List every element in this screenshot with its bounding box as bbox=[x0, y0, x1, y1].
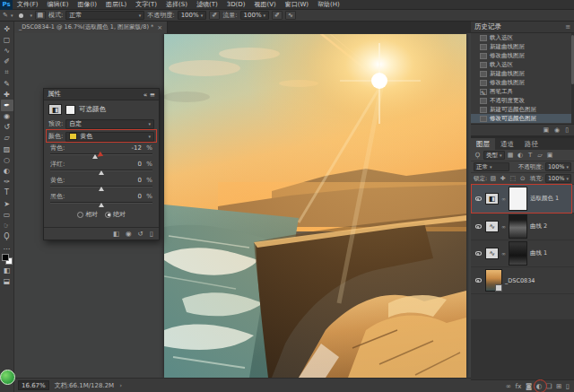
adjustment-layer-thumbnail[interactable]: ∿ bbox=[485, 248, 499, 259]
tab-layers[interactable]: 图层 bbox=[471, 138, 495, 150]
adjustment-layer-thumbnail[interactable]: ∿ bbox=[485, 221, 499, 232]
layer-opacity-select[interactable]: 100%▾ bbox=[545, 162, 571, 171]
properties-panel-header[interactable]: 属性 « ≡ bbox=[44, 89, 159, 100]
healing-brush-tool[interactable]: ✚ bbox=[1, 89, 13, 100]
airbrush-icon[interactable]: ✐ bbox=[272, 11, 283, 20]
new-doc-from-state-icon[interactable]: ▣ bbox=[543, 126, 549, 134]
slider-thumb[interactable] bbox=[99, 203, 104, 207]
menu-file[interactable]: 文件(F) bbox=[13, 0, 43, 10]
history-step[interactable]: 新建可选颜色图层 bbox=[471, 105, 574, 114]
slider-track[interactable] bbox=[50, 152, 152, 159]
layer-mask-thumbnail[interactable] bbox=[509, 241, 527, 266]
brush-picker-caret-icon[interactable]: ▾ bbox=[30, 13, 32, 18]
clone-stamp-tool[interactable]: ◉ bbox=[1, 111, 13, 122]
panel-menu-icon[interactable]: ≡ bbox=[150, 91, 155, 99]
clip-to-layer-icon[interactable]: ◧ bbox=[113, 230, 119, 238]
delete-state-icon[interactable]: ▯ bbox=[565, 126, 569, 134]
screen-mode-button[interactable]: ⬓ bbox=[1, 275, 13, 286]
foreground-color-swatch[interactable] bbox=[2, 254, 9, 261]
menu-view[interactable]: 视图(V) bbox=[249, 0, 280, 10]
layer-row-background-photo[interactable]: _DSC0834 bbox=[471, 267, 574, 294]
layer-fill-select[interactable]: 100%▾ bbox=[545, 174, 571, 183]
link-layers-icon[interactable]: ∞ bbox=[506, 382, 511, 390]
history-panel-header[interactable]: 历史记录 ≡ bbox=[471, 22, 574, 33]
adjustment-layer-thumbnail[interactable]: ◧ bbox=[485, 193, 499, 205]
filter-type-select[interactable]: 类型▾ bbox=[483, 151, 505, 160]
blend-mode-select[interactable]: 正常 ▾ bbox=[65, 11, 144, 20]
reset-icon[interactable]: ↺ bbox=[138, 230, 144, 238]
toggle-visibility-icon[interactable]: ◉ bbox=[126, 230, 132, 238]
filter-smartobject-icon[interactable]: ▣ bbox=[546, 152, 554, 159]
history-step[interactable]: 修改曲线图层 bbox=[471, 78, 574, 87]
filter-pixel-icon[interactable]: ▦ bbox=[507, 152, 515, 159]
color-select[interactable]: 黄色 ▾ bbox=[65, 132, 154, 142]
shape-tool[interactable]: ▭ bbox=[1, 209, 13, 220]
color-swatches[interactable] bbox=[2, 254, 13, 265]
lasso-tool[interactable]: ∿ bbox=[1, 45, 13, 56]
add-mask-icon[interactable]: ◙ bbox=[526, 382, 532, 390]
layer-mask-thumbnail[interactable] bbox=[509, 214, 527, 239]
menu-window[interactable]: 窗口(W) bbox=[281, 0, 313, 10]
filter-shape-icon[interactable]: ▱ bbox=[536, 152, 544, 159]
slider-thumb[interactable] bbox=[99, 170, 104, 175]
opacity-select[interactable]: 100% ▾ bbox=[178, 11, 207, 20]
delete-layer-icon[interactable]: ▯ bbox=[566, 382, 570, 390]
quick-selection-tool[interactable]: ✐ bbox=[1, 57, 13, 67]
path-select-tool[interactable]: ➤ bbox=[1, 198, 13, 209]
collapse-icon[interactable]: « bbox=[144, 91, 148, 99]
close-icon[interactable]: × bbox=[157, 24, 162, 31]
lock-position-icon[interactable]: ✚ bbox=[499, 175, 507, 182]
menu-edit[interactable]: 编辑(E) bbox=[43, 0, 74, 10]
visibility-eye-icon[interactable] bbox=[474, 248, 483, 259]
new-layer-icon[interactable]: ⊞ bbox=[556, 382, 561, 390]
dodge-tool[interactable]: ◐ bbox=[1, 165, 13, 176]
menu-filter[interactable]: 滤镜(T) bbox=[192, 0, 222, 10]
lock-all-icon[interactable]: ⊙ bbox=[518, 175, 526, 182]
visibility-eye-icon[interactable] bbox=[474, 194, 483, 205]
move-tool[interactable]: ✜ bbox=[1, 23, 13, 34]
flow-select[interactable]: 100% ▾ bbox=[240, 11, 270, 20]
gradient-tool[interactable]: ▨ bbox=[1, 144, 13, 154]
delete-adjustment-icon[interactable]: ▯ bbox=[150, 230, 153, 238]
pen-tool[interactable]: ✑ bbox=[1, 177, 13, 187]
layer-row-curves-1[interactable]: ∿ ∞ 曲线 1 bbox=[471, 240, 574, 267]
slider-thumb[interactable] bbox=[99, 187, 104, 191]
history-step[interactable]: 新建曲线图层 bbox=[471, 42, 574, 51]
smoothing-icon[interactable]: ∿ bbox=[285, 11, 296, 20]
menu-3d[interactable]: 3D(D) bbox=[222, 0, 250, 10]
crop-tool[interactable]: ⌗ bbox=[1, 67, 13, 78]
lock-artboard-icon[interactable]: ⬚ bbox=[509, 175, 517, 182]
new-group-icon[interactable]: ❏ bbox=[546, 382, 552, 390]
menu-help[interactable]: 帮助(H) bbox=[313, 0, 344, 10]
menu-type[interactable]: 文字(T) bbox=[131, 0, 161, 10]
brush-preset-picker[interactable] bbox=[15, 11, 27, 21]
zoom-level-field[interactable]: 16.67% bbox=[18, 380, 49, 390]
hand-tool[interactable]: ☞ bbox=[1, 220, 13, 231]
status-caret-icon[interactable]: › bbox=[119, 382, 122, 389]
brush-tool-icon[interactable]: ✎ bbox=[3, 12, 8, 19]
slider-value[interactable]: -12 bbox=[132, 144, 142, 152]
menu-layer[interactable]: 图层(L) bbox=[101, 0, 131, 10]
history-brush-tool[interactable]: ↺ bbox=[1, 122, 13, 133]
layer-style-fx-icon[interactable]: fx bbox=[515, 382, 521, 390]
visibility-eye-icon[interactable] bbox=[474, 222, 483, 232]
relative-radio[interactable]: 相对 bbox=[77, 210, 98, 219]
filter-type-icon[interactable]: T bbox=[526, 152, 535, 159]
layer-name[interactable]: 选取颜色 1 bbox=[530, 195, 559, 203]
brush-tool[interactable]: ✒ bbox=[1, 100, 13, 110]
document-tab[interactable]: _DSC0834-1 @ 16.7%(选取颜色 1, 图层蒙版/8) * × bbox=[14, 22, 168, 33]
lock-transparent-icon[interactable]: ▨ bbox=[489, 175, 497, 182]
tool-preset-caret-icon[interactable]: ▾ bbox=[11, 13, 13, 18]
brush-panel-toggle-icon[interactable]: ▤ bbox=[35, 11, 46, 20]
slider-track[interactable] bbox=[50, 184, 152, 191]
eraser-tool[interactable]: ▱ bbox=[1, 133, 13, 144]
history-step[interactable]: 不透明度更改 bbox=[471, 96, 574, 105]
menu-image[interactable]: 图像(I) bbox=[73, 0, 101, 10]
history-step[interactable]: 修改曲线图层 bbox=[471, 51, 574, 60]
type-tool[interactable]: T bbox=[1, 187, 13, 198]
quick-mask-button[interactable]: ◧ bbox=[1, 265, 13, 275]
tab-paths[interactable]: 路径 bbox=[519, 138, 544, 150]
history-step[interactable]: ✎画笔工具 bbox=[471, 87, 574, 96]
layer-name[interactable]: _DSC0834 bbox=[505, 277, 535, 284]
history-step-selected[interactable]: 修改可选颜色图层 bbox=[471, 114, 574, 123]
